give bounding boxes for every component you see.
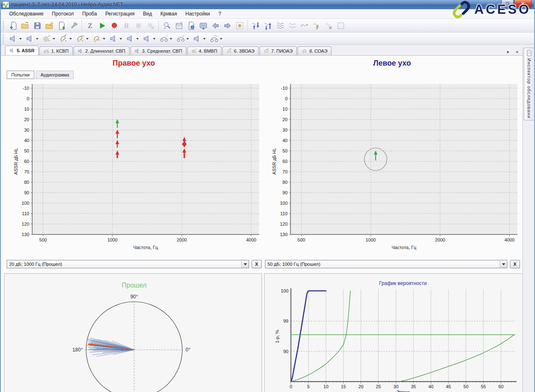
ear-stimulus-button[interactable]	[91, 33, 107, 45]
tab-ksvp[interactable]: 1. КСВП	[39, 46, 73, 55]
svg-text:5: 5	[307, 384, 310, 389]
dropdown-caret-icon[interactable]	[19, 38, 22, 40]
cochlea-stimulus-button[interactable]	[41, 33, 57, 45]
record-button[interactable]	[108, 20, 120, 32]
save-exam-button[interactable]	[31, 20, 43, 32]
dropdown-caret-icon[interactable]	[153, 38, 155, 40]
close-button[interactable]: ✕	[514, 0, 532, 8]
scale-compress-button[interactable]	[250, 20, 262, 32]
phase-polar-chart[interactable]: Прошел90°180°0°	[5, 274, 262, 392]
svg-text:90: 90	[24, 190, 29, 195]
toolbar-separator	[82, 20, 82, 31]
tab-vmvp[interactable]: 4. ВМВП	[187, 46, 222, 55]
tab-srednelat-svp[interactable]: 3. Среднелат. СВП	[130, 46, 186, 55]
menu-настройки[interactable]: Настройки	[181, 10, 214, 18]
headset-wave-stimulus-button[interactable]	[208, 33, 224, 45]
tabstrip-collapse-button[interactable]: ▼	[505, 49, 511, 55]
single-curve-button[interactable]	[298, 20, 311, 32]
selection-frame-button[interactable]	[335, 20, 347, 32]
menu-вид[interactable]: Вид	[139, 10, 156, 18]
left-ear-assr-chart[interactable]: -100102030405060708090100110120130500100…	[265, 82, 519, 257]
phase-polar-panel: Прошел90°180°0°	[4, 273, 262, 392]
restore-button[interactable]: ❐	[501, 0, 514, 8]
stimulus-speaker-4-button[interactable]	[124, 33, 141, 45]
dropdown-caret-icon[interactable]	[69, 38, 72, 40]
tab-pioae[interactable]: 7. ПИОАЭ	[260, 46, 297, 55]
probe-settings-button[interactable]	[161, 20, 173, 32]
headset-stimulus-2-button[interactable]	[174, 33, 191, 45]
scale-expand-button[interactable]	[262, 20, 274, 32]
dropdown-caret-icon[interactable]	[36, 38, 38, 40]
right-ear-attempt-select[interactable]: 20 дБ; 1000 Гц (Прошел)	[7, 260, 249, 268]
svg-text:40: 40	[283, 138, 288, 143]
tab-zvoae[interactable]: 6. ЗВОАЭ	[222, 46, 259, 55]
tabstrip-close-button[interactable]: ✕	[514, 49, 520, 55]
dropdown-caret-icon[interactable]	[53, 38, 55, 40]
setup-button[interactable]	[68, 20, 80, 32]
toolbar-grip[interactable]	[3, 21, 6, 30]
dropdown-caret-icon[interactable]	[86, 38, 89, 40]
tab-assr[interactable]: 5. ASSR	[5, 46, 38, 55]
dropdown-caret-icon[interactable]	[203, 38, 206, 40]
new-exam-button[interactable]	[7, 20, 19, 32]
tab-dlinnolat-svp[interactable]: 2. Длиннолат. СВП	[74, 46, 130, 55]
delete-curve-button[interactable]	[323, 20, 335, 32]
dropdown-caret-icon[interactable]	[186, 38, 189, 40]
abort-button[interactable]	[145, 20, 157, 32]
dropdown-arrow-icon[interactable]	[499, 260, 507, 268]
export-exam-button[interactable]	[43, 20, 56, 32]
stimulus-speaker-1-button[interactable]	[7, 33, 24, 45]
inspector-tab[interactable]: Инспектор обследовани	[524, 48, 534, 120]
menu-проба[interactable]: Проба	[78, 10, 101, 18]
dropdown-caret-icon[interactable]	[103, 38, 105, 40]
tab-soae[interactable]: 8. СОАЭ	[298, 46, 331, 55]
menu-обследование[interactable]: Обследование	[5, 10, 48, 18]
menu-кривая[interactable]: Кривая	[156, 10, 181, 18]
stop-button[interactable]	[132, 20, 145, 32]
overlay-curves-button[interactable]	[274, 20, 286, 32]
cochlea-icon	[43, 34, 51, 43]
tab-label: 1. КСВП	[51, 48, 69, 53]
svg-text:60: 60	[498, 384, 503, 389]
dropdown-caret-icon[interactable]	[136, 38, 139, 40]
right-ear-attempt-delete-button[interactable]: X	[252, 260, 262, 268]
stimulus-speaker-6-button[interactable]	[191, 33, 208, 45]
menu--[interactable]: ?	[214, 10, 225, 18]
menu-регистрация[interactable]: Регистрация	[101, 10, 139, 18]
stimulus-speaker-5-button[interactable]	[141, 33, 158, 45]
toolbar-grip[interactable]	[3, 34, 6, 43]
open-exam-button[interactable]	[19, 20, 31, 32]
start-test-button[interactable]	[96, 20, 108, 32]
waveup-icon	[264, 21, 273, 30]
stimulus-window-button[interactable]	[234, 20, 246, 32]
right-ear-assr-chart[interactable]: -100102030405060708090100110120130500100…	[7, 82, 261, 257]
z-score-button[interactable]	[84, 20, 96, 32]
headset-stimulus-1-button[interactable]	[158, 33, 174, 45]
box-icon	[336, 21, 345, 30]
curve-stimulus-button[interactable]	[311, 20, 323, 32]
ear-pulse-stimulus-button[interactable]	[57, 33, 74, 45]
subtab-attempts[interactable]: Попытки	[7, 71, 34, 79]
pause-button[interactable]	[120, 20, 132, 32]
dropdown-arrow-icon[interactable]	[241, 260, 249, 268]
prev-button[interactable]	[209, 20, 222, 32]
report-button[interactable]	[185, 20, 197, 32]
speaker-icon	[110, 34, 118, 43]
schedule-button[interactable]	[173, 20, 185, 32]
device-monitor-button[interactable]	[197, 20, 209, 32]
next-button[interactable]	[222, 20, 234, 32]
menu-протокол[interactable]: Протокол	[48, 10, 78, 18]
stimulus-speaker-2-button[interactable]	[24, 33, 41, 45]
dropdown-caret-icon[interactable]	[220, 38, 222, 40]
probability-chart[interactable]: График вероятности9099100051015202530354…	[265, 274, 523, 392]
stimulus-speaker-3-button[interactable]	[107, 33, 124, 45]
svg-text:-10: -10	[23, 86, 29, 91]
left-ear-attempt-delete-button[interactable]: X	[510, 260, 520, 268]
dropdown-caret-icon[interactable]	[170, 38, 172, 40]
subtab-audiogram[interactable]: Аудиограмма	[36, 71, 74, 79]
left-ear-attempt-select[interactable]: 50 дБ; 1000 Гц (Прошел)	[265, 260, 507, 268]
split-curves-button[interactable]	[286, 20, 298, 32]
ear-burst-stimulus-button[interactable]	[74, 33, 91, 45]
dropdown-caret-icon[interactable]	[120, 38, 122, 40]
new-protocol-button[interactable]	[56, 20, 68, 32]
